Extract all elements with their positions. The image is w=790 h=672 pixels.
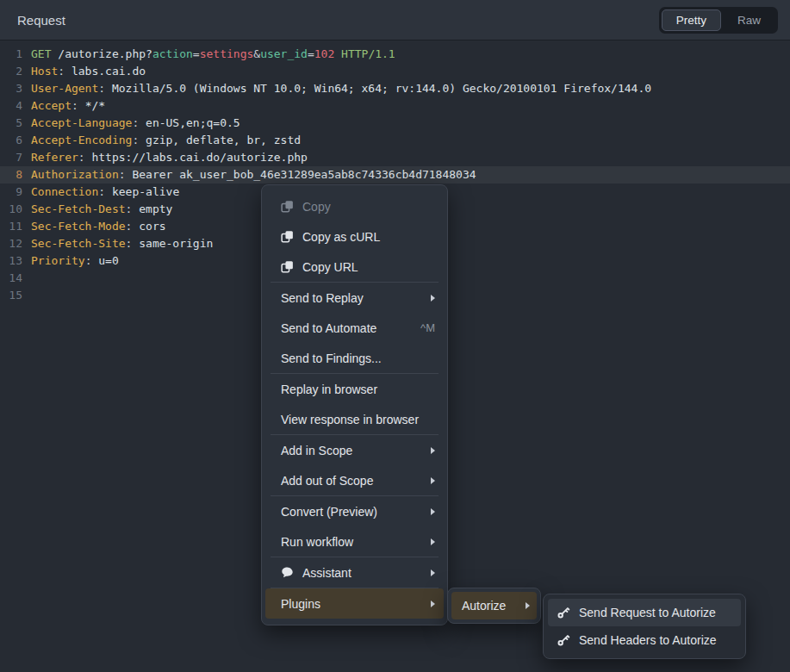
submenu-caret-icon [431,447,435,454]
menu-item-label: Convert (Preview) [281,505,424,519]
menu-item-run-workflow[interactable]: Run workflow [265,526,444,557]
menu-item-replay-in-browser[interactable]: Replay in browser [265,374,444,404]
code-text: Authorization: Bearer ak_user_bob_46e312… [31,166,476,184]
menu-item-copy-as-curl[interactable]: Copy as cURL [265,221,444,252]
menu-item-label: Copy as cURL [302,230,435,244]
submenu-caret-icon [431,600,435,607]
submenu-caret-icon [431,508,435,515]
menu-item-label: Copy URL [302,260,435,274]
code-line[interactable]: 5Accept-Language: en-US,en;q=0.5 [0,115,790,132]
submenu-caret-icon [431,295,435,302]
submenu-caret-icon [431,538,435,545]
code-line[interactable]: 4Accept: */* [0,97,790,115]
line-number: 9 [0,184,22,201]
menu-item-label: Copy [302,200,435,214]
menu-item-label: Replay in browser [281,383,435,396]
context-menu: CopyCopy as cURLCopy URLSend to ReplaySe… [261,184,448,625]
line-number: 14 [0,270,22,287]
line-number: 2 [0,63,22,80]
code-text: Connection: keep-alive [31,184,179,201]
line-number: 4 [0,97,22,115]
copy-icon [281,200,294,213]
menu-item-label: Send Request to Autorize [579,606,732,619]
shortcut-label: ^M [420,321,435,334]
menu-item-label: Add in Scope [281,444,424,457]
line-number: 15 [0,287,22,304]
line-number: 1 [0,46,22,63]
menu-item-send-request-to-autorize[interactable]: Send Request to Autorize [548,599,741,626]
menu-item-label: Assistant [302,566,424,580]
code-text: Sec-Fetch-Dest: empty [31,201,172,218]
submenu-caret-icon [431,477,435,484]
view-mode-toggle: Pretty Raw [659,7,778,34]
chat-icon [281,566,294,579]
key-icon [557,633,570,647]
tab-pretty[interactable]: Pretty [662,9,721,31]
panel-title: Request [17,13,65,28]
menu-item-send-headers-to-autorize[interactable]: Send Headers to Autorize [548,626,741,654]
code-line[interactable]: 3User-Agent: Mozilla/5.0 (Windows NT 10.… [0,80,790,97]
menu-item-send-to-replay[interactable]: Send to Replay [265,283,444,313]
copy-icon [281,260,294,273]
menu-item-copy-url[interactable]: Copy URL [265,252,444,282]
submenu-caret-icon [431,569,435,576]
menu-item-add-out-of-scope[interactable]: Add out of Scope [265,465,444,495]
line-number: 5 [0,115,22,132]
line-number: 13 [0,252,22,270]
menu-item-assistant[interactable]: Assistant [265,557,444,588]
submenu-caret-icon [526,602,530,609]
menu-item-label: Run workflow [281,535,424,549]
code-text: User-Agent: Mozilla/5.0 (Windows NT 10.0… [31,80,651,97]
menu-item-label: Send Headers to Autorize [579,633,732,647]
menu-item-autorize[interactable]: Autorize [451,592,537,619]
menu-item-label: Add out of Scope [281,474,424,488]
code-text: Sec-Fetch-Site: same-origin [31,235,213,252]
menu-item-send-to-automate[interactable]: Send to Automate^M [265,313,444,343]
code-line[interactable]: 2Host: labs.cai.do [0,63,790,80]
code-line[interactable]: 7Referer: https://labs.cai.do/autorize.p… [0,149,790,166]
code-text: Host: labs.cai.do [31,63,146,80]
code-text: Accept-Language: en-US,en;q=0.5 [31,115,240,132]
request-panel-header: Request Pretty Raw [0,0,790,40]
key-icon [557,606,570,619]
code-text: Referer: https://labs.cai.do/autorize.ph… [31,149,308,166]
menu-item-add-in-scope[interactable]: Add in Scope [265,435,444,465]
menu-item-send-to-findings[interactable]: Send to Findings... [265,343,444,373]
code-text: GET /autorize.php?action=settings&user_i… [31,46,395,63]
code-text: Priority: u=0 [31,252,119,270]
menu-item-label: Plugins [281,597,424,611]
line-number: 10 [0,201,22,218]
plugins-submenu: Autorize [447,588,541,624]
line-number: 12 [0,235,22,252]
menu-item-plugins[interactable]: Plugins [265,588,444,619]
menu-item-copy: Copy [265,191,444,221]
menu-item-label: Autorize [462,599,519,613]
line-number: 8 [0,166,22,184]
copy-icon [281,230,294,243]
code-text: Accept: */* [31,97,105,115]
code-text: Accept-Encoding: gzip, deflate, br, zstd [31,132,301,149]
tab-raw[interactable]: Raw [723,9,775,31]
line-number: 3 [0,80,22,97]
menu-item-label: Send to Replay [281,291,424,305]
menu-item-view-response-in-browser[interactable]: View response in browser [265,404,444,434]
menu-item-label: Send to Automate [281,321,414,335]
menu-item-label: View response in browser [281,413,435,426]
line-number: 6 [0,132,22,149]
autorize-submenu: Send Request to AutorizeSend Headers to … [543,594,746,659]
code-line[interactable]: 8Authorization: Bearer ak_user_bob_46e31… [0,166,790,184]
menu-item-convert-preview[interactable]: Convert (Preview) [265,496,444,526]
code-text: Sec-Fetch-Mode: cors [31,218,166,235]
line-number: 11 [0,218,22,235]
code-line[interactable]: 6Accept-Encoding: gzip, deflate, br, zst… [0,132,790,149]
line-number: 7 [0,149,22,166]
app-window: { "header": { "title": "Request", "view_… [0,0,790,672]
menu-item-label: Send to Findings... [281,352,435,365]
code-line[interactable]: 1GET /autorize.php?action=settings&user_… [0,46,790,63]
